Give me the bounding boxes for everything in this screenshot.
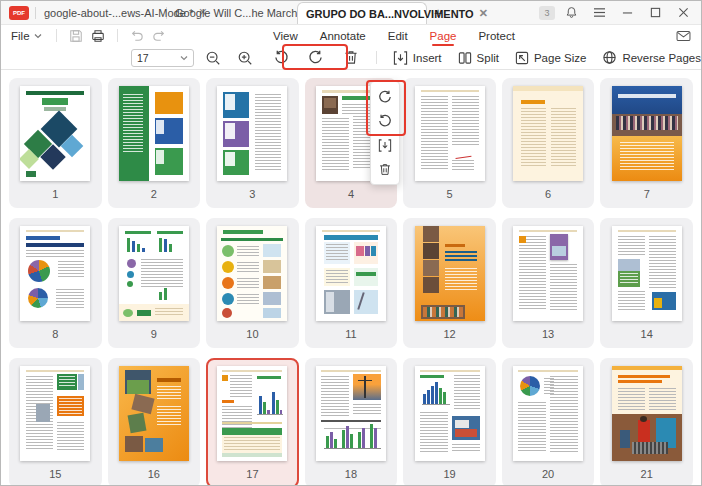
page-thumbnail-image-bar-charts-infographic[interactable]: [119, 226, 189, 321]
page-number-label: 7: [644, 188, 650, 200]
print-icon[interactable]: [91, 29, 105, 43]
page-thumbnail-9[interactable]: 9: [108, 218, 201, 348]
page-size-button[interactable]: Page Size: [515, 51, 586, 65]
page-thumbnail-14[interactable]: 14: [600, 218, 693, 348]
divider: [56, 29, 57, 42]
page-thumbnail-17[interactable]: 17: [206, 358, 299, 486]
zoom-in-button[interactable]: [232, 48, 258, 68]
page-thumbnail-image-orange-photo-strip-chapter[interactable]: [415, 226, 485, 321]
menu-protect[interactable]: Protect: [478, 28, 514, 44]
page-thumbnail-image-colorful-infographic-panels[interactable]: [316, 226, 386, 321]
envelope-icon[interactable]: [676, 30, 691, 42]
delete-page-button[interactable]: [373, 157, 397, 181]
page-toolbar: 17 Insert Split: [1, 46, 701, 70]
page-thumbnail-image-text-with-booklet-inset[interactable]: [513, 226, 583, 321]
page-number-label: 6: [545, 188, 551, 200]
page-thumbnail-5[interactable]: 5: [403, 78, 496, 208]
page-thumbnail-12[interactable]: 12: [403, 218, 496, 348]
page-thumbnail-image-orange-chapter-photo-numeral[interactable]: [119, 366, 189, 461]
undo-icon[interactable]: [130, 30, 144, 42]
page-size-icon: [515, 51, 529, 65]
page-number-label: 4: [348, 188, 354, 200]
page-thumbnail-image-green-toc-with-photo-blocks[interactable]: [119, 86, 189, 181]
page-thumbnail-7[interactable]: 7: [600, 78, 693, 208]
save-icon[interactable]: [69, 29, 83, 43]
page-thumbnail-image-numbered-chapters-3-4-5[interactable]: [217, 86, 287, 181]
notification-count-badge[interactable]: 3: [539, 6, 555, 20]
page-thumbnail-image-text-with-green-and-blue-insets[interactable]: [612, 226, 682, 321]
page-number-label: 17: [246, 468, 258, 480]
hamburger-menu-icon[interactable]: [587, 3, 611, 23]
page-thumbnail-20[interactable]: 20: [502, 358, 595, 486]
window-controls: 3: [539, 1, 701, 24]
page-thumbnail-6[interactable]: 6: [502, 78, 595, 208]
page-thumbnail-image-annual-report-cover-2019[interactable]: [20, 86, 90, 181]
page-thumbnail-image-text-with-photo-insets[interactable]: [20, 366, 90, 461]
page-thumbnail-4[interactable]: 4: [305, 78, 398, 208]
tab-document-3-active[interactable]: GRUPO DO BA...NVOLVIMENTO ✕: [297, 2, 427, 24]
page-number-label: 8: [52, 328, 58, 340]
rotate-left-button[interactable]: [268, 48, 294, 68]
menu-annotate[interactable]: Annotate: [320, 28, 366, 44]
insert-label: Insert: [413, 52, 442, 64]
menu-bar: File View Annotate Edit Page Protect: [1, 25, 701, 46]
page-thumbnail-10[interactable]: 10: [206, 218, 299, 348]
page-number-value: 17: [137, 52, 180, 64]
rotate-counterclockwise-button[interactable]: [373, 109, 397, 133]
page-thumbnail-1[interactable]: 1: [9, 78, 102, 208]
page-thumbnail-image-text-with-pie-chart[interactable]: [513, 366, 583, 461]
tab-label: GRUPO DO BA...NVOLVIMENTO: [306, 8, 474, 20]
page-number-label: 13: [542, 328, 554, 340]
page-number-input[interactable]: 17: [131, 49, 194, 67]
page-thumbnail-19[interactable]: 19: [403, 358, 496, 486]
divider: [376, 51, 377, 64]
page-number-label: 16: [148, 468, 160, 480]
menu-edit[interactable]: Edit: [388, 28, 408, 44]
page-thumbnail-21[interactable]: 21: [600, 358, 693, 486]
page-thumbnail-image-text-pylon-photo-bar-chart[interactable]: [316, 366, 386, 461]
page-thumbnail-13[interactable]: 13: [502, 218, 595, 348]
menu-view[interactable]: View: [273, 28, 298, 44]
maximize-button[interactable]: [643, 3, 667, 23]
page-thumbnail-image-bar-chart-and-green-table[interactable]: [217, 366, 287, 461]
split-icon: [458, 51, 472, 65]
zoom-out-button[interactable]: [200, 48, 226, 68]
delete-page-button[interactable]: [338, 48, 364, 68]
page-thumbnail-image-fast-facts-icon-rows[interactable]: [217, 226, 287, 321]
chevron-down-icon: [180, 55, 188, 61]
page-thumbnail-3[interactable]: 3: [206, 78, 299, 208]
file-menu-button[interactable]: File: [11, 30, 42, 42]
page-thumbnail-image-bar-chart-ship-photo[interactable]: [415, 366, 485, 461]
page-number-label: 2: [151, 188, 157, 200]
page-thumbnail-11[interactable]: 11: [305, 218, 398, 348]
page-number-label: 9: [151, 328, 157, 340]
redo-icon[interactable]: [152, 30, 166, 42]
page-thumbnail-16[interactable]: 16: [108, 358, 201, 486]
rotate-right-button[interactable]: [302, 48, 328, 68]
reverse-pages-button[interactable]: Reverse Pages: [602, 50, 701, 65]
split-button[interactable]: Split: [458, 51, 499, 65]
page-thumbnail-image-fast-facts-pie-charts[interactable]: [20, 226, 90, 321]
page-thumbnail-image-cream-two-column-text[interactable]: [513, 86, 583, 181]
menu-page-active[interactable]: Page: [430, 28, 457, 44]
page-thumbnail-image-orange-text-market-photo[interactable]: [612, 366, 682, 461]
insert-icon: [393, 51, 408, 65]
minimize-button[interactable]: [615, 3, 639, 23]
page-number-label: 5: [447, 188, 453, 200]
bell-icon[interactable]: [559, 3, 583, 23]
tab-document-2[interactable]: Google Will C...he March Core ✕: [167, 1, 297, 24]
insert-page-button[interactable]: [373, 133, 397, 157]
insert-button[interactable]: Insert: [393, 51, 442, 65]
app-logo-icon[interactable]: PDF: [9, 6, 29, 20]
page-thumbnail-image-board-group-photo[interactable]: [612, 86, 682, 181]
page-thumbnail-2[interactable]: 2: [108, 78, 201, 208]
close-button[interactable]: [671, 3, 695, 23]
page-thumbnail-image-two-column-text-signature[interactable]: [415, 86, 485, 181]
file-menu-label: File: [11, 30, 30, 42]
page-thumbnail-8[interactable]: 8: [9, 218, 102, 348]
rotate-clockwise-button[interactable]: [373, 85, 397, 109]
tab-close-icon[interactable]: ✕: [479, 7, 488, 20]
tab-document-1[interactable]: google-about-...ews-AI-Mode * ✕: [36, 1, 166, 24]
page-thumbnail-15[interactable]: 15: [9, 358, 102, 486]
page-thumbnail-18[interactable]: 18: [305, 358, 398, 486]
